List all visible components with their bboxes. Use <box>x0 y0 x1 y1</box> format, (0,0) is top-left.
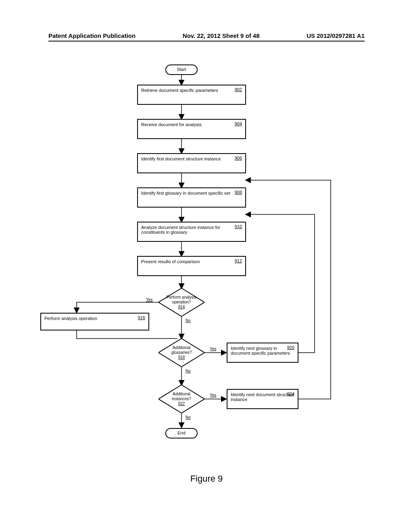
box-916-text: Perform analysis operation <box>44 316 97 321</box>
dia-918-ref: 918 <box>178 355 185 360</box>
box-908-ref: 908 <box>235 190 242 195</box>
dia-914-l2: operation? <box>172 300 191 305</box>
label-918-yes: Yes <box>210 347 216 351</box>
page: Patent Application Publication Nov. 22, … <box>0 0 413 532</box>
start-label: Start <box>177 67 186 72</box>
box-904-ref: 904 <box>235 121 242 126</box>
box-924-ref: 924 <box>287 391 294 396</box>
header-left: Patent Application Publication <box>48 32 136 39</box>
box-906-ref: 906 <box>235 156 242 160</box>
box-920-ref: 920 <box>287 345 294 350</box>
box-924-text: Identify next document structure instanc… <box>231 392 294 402</box>
dia-918-l2: glossaries? <box>171 350 192 355</box>
label-914-no: No <box>186 318 191 323</box>
box-920: Identify next glossary in document speci… <box>227 343 298 363</box>
diamond-914: Perform analysis operation? 914 <box>159 288 204 316</box>
end-label: End <box>177 430 186 435</box>
dia-918-l1: Additional <box>173 345 190 350</box>
box-902: Retrieve document specific parameters 90… <box>137 85 246 105</box>
box-912-ref: 912 <box>235 258 242 263</box>
header-center: Nov. 22, 2012 Sheet 9 of 48 <box>183 32 260 39</box>
label-914-yes: Yes <box>146 297 152 302</box>
box-908: Identify first glossary in document spec… <box>137 187 246 208</box>
diamond-918: Additional glossaries? 918 <box>159 339 204 367</box>
label-922-no: No <box>186 415 191 420</box>
box-916: Perform analysis operation 916 <box>40 313 149 330</box>
dia-914-ref: 914 <box>178 305 185 310</box>
box-910-text: Analyze document structure instance for … <box>141 225 220 235</box>
end-terminator: End <box>165 428 198 438</box>
label-922-yes: Yes <box>210 393 216 397</box>
box-910-ref: 910 <box>235 224 242 229</box>
dia-914-l1: Perform analysis <box>167 295 196 300</box>
box-908-text: Identify first glossary in document spec… <box>141 191 230 195</box>
box-904: Receive document for analysis 904 <box>137 119 246 139</box>
dia-922-l2: instances? <box>172 397 191 401</box>
box-912-text: Present results of comparison <box>141 259 200 264</box>
page-header: Patent Application Publication Nov. 22, … <box>48 32 365 42</box>
header-right: US 2012/0297281 A1 <box>307 32 365 39</box>
box-910: Analyze document structure instance for … <box>137 222 246 242</box>
box-920-text: Identify next glossary in document speci… <box>231 346 290 355</box>
diamond-922: Additional instances? 922 <box>159 385 204 413</box>
box-902-ref: 902 <box>235 87 242 92</box>
box-904-text: Receive document for analysis <box>141 122 202 127</box>
figure-caption: Figure 9 <box>0 474 413 484</box>
box-916-ref: 916 <box>138 315 145 320</box>
box-924: Identify next document structure instanc… <box>227 389 298 409</box>
dia-922-l1: Additional <box>173 392 190 397</box>
label-918-no: No <box>186 369 191 373</box>
box-906-text: Identify first document structure instan… <box>141 156 221 161</box>
box-906: Identify first document structure instan… <box>137 153 246 173</box>
box-912: Present results of comparison 912 <box>137 256 246 276</box>
dia-922-ref: 922 <box>178 401 185 406</box>
start-terminator: Start <box>165 64 198 75</box>
box-902-text: Retrieve document specific parameters <box>141 88 218 93</box>
flowchart: Start End Retrieve document specific par… <box>40 56 373 459</box>
